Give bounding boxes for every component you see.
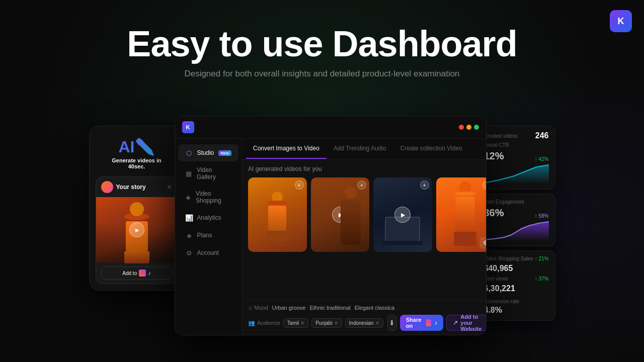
video-item-3[interactable]: + [373, 177, 432, 252]
reel-views-value: 6,30,221 [484, 284, 515, 293]
stat-shopping-sales: Video Shopping Sales ↑ 21% $40,965 Reel … [477, 250, 555, 321]
sidebar-account-label: Account [197, 249, 219, 256]
download-button[interactable]: ⬇ [387, 315, 397, 331]
minimize-dot[interactable] [466, 125, 471, 130]
add-to-website-button[interactable]: ↗ Add to your Website [446, 315, 486, 331]
music-icon: ♫ [248, 305, 252, 311]
tab-create-collection[interactable]: Create collection Video [393, 139, 469, 159]
social-ctr-badge: ↑ 42% [535, 156, 549, 162]
page-subtitle: Designed for both overall insights and d… [0, 69, 644, 79]
maximize-dot[interactable] [474, 125, 479, 130]
sidebar-video-shopping-label: Video Shopping [196, 190, 231, 204]
sidebar-item-video-shopping[interactable]: ◈ Video Shopping [178, 186, 238, 209]
tab-convert-images[interactable]: Convert Images to Video [246, 139, 327, 159]
mood-row: ♫ Mood Urban groove Ethnic traditional E… [248, 305, 487, 311]
audience-tag-indonesian[interactable]: Indonesian ✕ [345, 318, 383, 328]
ai-header: AI✏️ Generate videos in 40sec. [96, 132, 178, 173]
remove-punjabi-icon[interactable]: ✕ [334, 320, 338, 326]
sidebar: ⬡ Studio New ▦ Video Gallery ◈ Video Sho… [175, 139, 242, 335]
reel-views-header: Reel views ↑ 37% [484, 276, 549, 282]
dashboard-logo: K [182, 121, 194, 133]
sidebar-item-video-gallery[interactable]: ▦ Video Gallery [178, 162, 238, 185]
logo-top-right[interactable]: K [610, 10, 632, 32]
main-panel: Convert Images to Video Add Trending Aud… [242, 139, 487, 335]
page-header: Easy to use Dashboard Designed for both … [0, 0, 644, 79]
sidebar-studio-label: Studio [197, 149, 214, 156]
add-to-button[interactable]: Add to ♪ [101, 266, 173, 280]
audience-tag-punjabi[interactable]: Punjabi ✕ [311, 318, 342, 328]
shopping-sales-value: $40,965 [484, 264, 513, 273]
stat-created-videos: Created videos 246 Social CTR 12% ↑ 42% [477, 126, 555, 190]
video-thumb-4 [436, 177, 487, 252]
mood-tag-2: Ethnic traditional [309, 305, 350, 311]
mood-tag-3: Elegant classica [355, 305, 395, 311]
reel-engagement-value: 36% [484, 207, 504, 219]
main-content: AI✏️ Generate videos in 40sec. Your stor… [0, 116, 644, 335]
video-add-icon-1[interactable]: + [295, 180, 304, 190]
tiktok-icon: ♪ [148, 270, 151, 276]
dashboard-panel: K ⬡ Studio New ▦ Video Gallery [175, 116, 487, 335]
stats-panel: Created videos 246 Social CTR 12% ↑ 42% [477, 126, 555, 321]
new-badge: New [218, 150, 231, 156]
video-play-3[interactable] [394, 207, 411, 223]
remove-indonesian-icon[interactable]: ✕ [375, 320, 379, 326]
sidebar-plans-label: Plans [197, 232, 212, 239]
reel-engagement-header: Reel Engagement [484, 199, 549, 205]
sidebar-video-gallery-label: Video Gallery [197, 166, 231, 180]
page-title: Easy to use Dashboard [0, 24, 644, 64]
close-dot[interactable] [459, 125, 464, 130]
story-footer: Add to ♪ [96, 262, 178, 284]
action-buttons: ⬇ Share on ♪ ↗ Add to your Website [387, 315, 487, 331]
conversion-rate-section: Conversion rate 4.8% [484, 296, 549, 315]
reel-views-badge: ↑ 37% [535, 276, 549, 282]
story-card: Your story ✕ [96, 176, 178, 284]
video-item-2[interactable]: + [311, 177, 370, 252]
created-videos-label: Created videos [484, 133, 518, 139]
sidebar-item-analytics[interactable]: 📊 Analytics [178, 209, 238, 226]
social-ctr-label: Social CTR [484, 142, 510, 148]
created-videos-value: 246 [535, 131, 549, 140]
sidebar-item-studio[interactable]: ⬡ Studio New [178, 144, 238, 161]
phone-play-button[interactable] [129, 222, 144, 237]
shopping-sales-badge: ↑ 21% [535, 256, 549, 261]
dashboard-body: ⬡ Studio New ▦ Video Gallery ◈ Video Sho… [175, 139, 486, 335]
tab-bar: Convert Images to Video Add Trending Aud… [242, 139, 487, 159]
story-header: Your story ✕ [96, 177, 178, 197]
studio-icon: ⬡ [185, 149, 193, 157]
share-tiktok-icon: ♪ [434, 319, 437, 326]
window-controls [459, 125, 479, 130]
video-add-icon-3[interactable]: + [420, 180, 429, 190]
stat-created-videos-header: Created videos 246 [484, 131, 549, 140]
sidebar-item-account[interactable]: ⚙ Account [178, 244, 238, 261]
audience-tag-tamil[interactable]: Tamil ✕ [283, 318, 308, 328]
video-item-1[interactable]: + [248, 177, 307, 252]
social-ctr-value: 12% [484, 150, 504, 162]
story-avatar [101, 181, 113, 193]
account-icon: ⚙ [185, 249, 193, 257]
shopping-sales-header: Video Shopping Sales ↑ 21% [484, 256, 549, 261]
audience-label: 👥 Audience [248, 320, 280, 326]
conversion-rate-value: 4.8% [484, 306, 502, 314]
video-item-4[interactable]: + ⚙ [436, 177, 487, 252]
tab-trending-audio[interactable]: Add Trending Audio [327, 139, 393, 159]
content-area: AI generated videos for you [242, 159, 487, 300]
video-thumb-2 [311, 177, 370, 252]
dashboard-titlebar: K [175, 116, 486, 139]
remove-tamil-icon[interactable]: ✕ [300, 320, 304, 326]
instagram-icon [139, 269, 146, 277]
video-shopping-icon: ◈ [185, 193, 192, 201]
audience-row: 👥 Audience Tamil ✕ Punjabi ✕ Indonesian … [248, 318, 383, 328]
ai-text: AI✏️ [96, 137, 178, 156]
logo-icon: K [618, 16, 624, 27]
stat-reel-engagement: Reel Engagement 36% ↑ 58% [477, 194, 555, 246]
sidebar-analytics-label: Analytics [197, 214, 221, 221]
share-on-button[interactable]: Share on ♪ [400, 315, 444, 331]
story-close-icon[interactable]: ✕ [167, 183, 173, 191]
mood-tag-1: Urban groove [272, 305, 306, 311]
conversion-rate-label: Conversion rate [484, 299, 520, 304]
sidebar-item-plans[interactable]: ◈ Plans [178, 227, 238, 244]
bottom-actions: 👥 Audience Tamil ✕ Punjabi ✕ Indonesian … [248, 315, 487, 331]
phone-mockup: AI✏️ Generate videos in 40sec. Your stor… [89, 126, 185, 291]
ai-generated-label: AI generated videos for you [248, 165, 487, 172]
video-grid: + + [248, 177, 487, 252]
